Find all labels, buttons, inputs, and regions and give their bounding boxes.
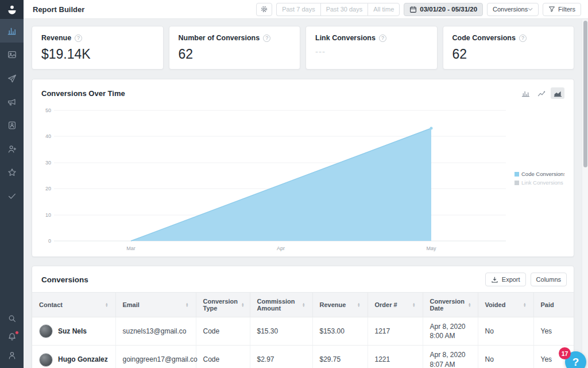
sidebar-item-contacts[interactable] <box>0 113 24 137</box>
sidebar-item-search[interactable] <box>0 309 24 328</box>
kpi-row: Revenue? $19.14K Number of Conversions? … <box>32 26 574 70</box>
help-tooltip-icon[interactable]: ? <box>75 34 82 42</box>
cell-commission: $15.30 <box>250 317 312 346</box>
help-notification-badge: 17 <box>559 347 571 359</box>
kpi-label: Number of Conversions <box>179 34 260 42</box>
column-header-contact[interactable]: Contact▲▼ <box>32 293 115 317</box>
sidebar-item-send[interactable] <box>0 66 24 90</box>
cell-contact: Hugo Gonzalez <box>32 346 115 368</box>
sidebar-item-media[interactable] <box>0 43 24 66</box>
smile-logo-icon <box>6 3 18 16</box>
cell-type: Code <box>196 346 250 368</box>
sort-icon[interactable]: ▲▼ <box>238 302 244 307</box>
preset-past-7-days[interactable]: Past 7 days <box>276 3 320 16</box>
legend-swatch-link-conversions[interactable] <box>514 181 519 185</box>
metric-dropdown[interactable]: Conversions <box>487 3 539 16</box>
column-label: Conversion Date <box>430 298 465 312</box>
sidebar-spacer <box>0 208 24 309</box>
sidebar-item-tasks[interactable] <box>0 184 24 208</box>
kpi-card-code-conversions: Code Conversions? 62 <box>443 26 575 70</box>
sidebar-item-notifications[interactable] <box>0 328 24 346</box>
settings-button[interactable] <box>256 3 272 16</box>
cell-date: Apr 8, 2020 8:00 AM <box>423 317 478 346</box>
column-header-order[interactable]: Order #▲▼ <box>368 293 423 317</box>
cell-contact: Suz Nels <box>32 317 115 346</box>
image-icon <box>7 49 17 60</box>
filters-button[interactable]: Filters <box>543 3 581 16</box>
cell-date: Apr 8, 2020 8:07 AM <box>423 346 478 368</box>
sidebar-item-favorites[interactable] <box>0 160 24 184</box>
chart-title: Conversions Over Time <box>41 89 125 98</box>
help-tooltip-icon[interactable]: ? <box>379 34 386 42</box>
check-icon <box>7 191 17 201</box>
kpi-label: Link Conversions <box>315 34 376 42</box>
sort-icon[interactable]: ▲▼ <box>520 302 526 307</box>
help-tooltip-icon[interactable]: ? <box>519 34 527 42</box>
cell-order: 1221 <box>368 346 423 368</box>
columns-button[interactable]: Columns <box>531 273 567 286</box>
export-label: Export <box>502 276 520 283</box>
table-title: Conversions <box>41 275 88 284</box>
sort-icon[interactable]: ▲▼ <box>299 302 305 307</box>
conversions-area-chart[interactable]: 50 40 30 20 10 0 Mar Apr Ma <box>41 102 564 253</box>
sidebar-item-profile[interactable] <box>0 346 24 365</box>
column-header-revenue[interactable]: Revenue▲▼ <box>312 293 368 317</box>
star-icon <box>7 167 17 178</box>
sidebar-item-add-user[interactable] <box>0 137 24 160</box>
column-header-voided[interactable]: Voided▲▼ <box>478 293 533 317</box>
sort-icon[interactable]: ▲▼ <box>354 302 360 307</box>
filters-label: Filters <box>558 6 575 13</box>
sidebar-item-analytics[interactable] <box>0 19 24 43</box>
calendar-icon <box>409 6 417 13</box>
peak-point[interactable] <box>430 127 433 130</box>
vertical-scrollbar-track[interactable] <box>582 20 588 368</box>
column-label: Contact <box>39 301 63 308</box>
sidebar-item-announcements[interactable] <box>0 90 24 113</box>
y-tick: 40 <box>45 133 51 139</box>
content-area: Revenue? $19.14K Number of Conversions? … <box>24 19 588 368</box>
sort-icon[interactable]: ▲▼ <box>182 302 188 307</box>
column-label: Conversion Type <box>203 298 238 312</box>
column-header-conversion-date[interactable]: Conversion Date▲▼ <box>423 293 478 317</box>
funnel-icon <box>548 6 555 13</box>
legend-swatch-code-conversions[interactable] <box>514 172 519 177</box>
help-tooltip-icon[interactable]: ? <box>263 34 270 42</box>
export-button[interactable]: Export <box>485 273 526 286</box>
chevron-down-icon <box>528 7 533 11</box>
sort-icon[interactable]: ▲▼ <box>465 302 471 307</box>
column-header-paid[interactable]: Paid <box>533 293 574 317</box>
preset-past-30-days[interactable]: Past 30 days <box>320 3 368 16</box>
x-tick: May <box>426 246 436 251</box>
line-chart-mode-icon[interactable] <box>535 87 548 99</box>
sort-icon[interactable]: ▲▼ <box>409 302 415 307</box>
date-range-button[interactable]: 03/01/20 - 05/31/20 <box>404 3 483 16</box>
top-bar: Report Builder Past 7 days Past 30 days … <box>24 0 588 19</box>
column-header-conversion-type[interactable]: Conversion Type▲▼ <box>196 293 250 317</box>
kpi-value: --- <box>315 47 428 56</box>
conversions-chart-card: Conversions Over Time <box>32 79 574 257</box>
legend-label-link-conversions[interactable]: Link Conversions <box>521 179 563 186</box>
column-label: Voided <box>485 301 506 308</box>
legend-label-code-conversions[interactable]: Code Conversions <box>521 171 564 177</box>
cell-revenue: $153.00 <box>312 317 368 346</box>
y-tick: 30 <box>45 160 51 166</box>
column-header-email[interactable]: Email▲▼ <box>115 293 196 317</box>
column-header-commission-amount[interactable]: Commission Amount▲▼ <box>250 293 312 317</box>
table-actions: Export Columns <box>485 273 567 286</box>
top-bar-controls: Past 7 days Past 30 days All time 03/01/… <box>256 3 581 16</box>
megaphone-icon <box>7 97 17 107</box>
bar-chart-mode-icon[interactable] <box>519 87 532 99</box>
sort-icon[interactable]: ▲▼ <box>102 302 108 307</box>
kpi-card-link-conversions: Link Conversions? --- <box>305 26 438 70</box>
chart-header: Conversions Over Time <box>41 87 564 99</box>
vertical-scrollbar-thumb[interactable] <box>583 21 587 167</box>
kpi-value: 62 <box>452 47 565 62</box>
contact-card-icon <box>7 120 17 131</box>
table-row: Hugo Gonzalezgoinggreen17@gmail.coCode$2… <box>32 346 574 368</box>
app-logo[interactable] <box>0 0 24 19</box>
kpi-value: $19.14K <box>41 47 154 62</box>
area-chart-mode-icon[interactable] <box>551 87 564 99</box>
preset-all-time[interactable]: All time <box>368 3 400 16</box>
sidebar <box>0 0 24 368</box>
cell-voided: No <box>478 346 533 368</box>
